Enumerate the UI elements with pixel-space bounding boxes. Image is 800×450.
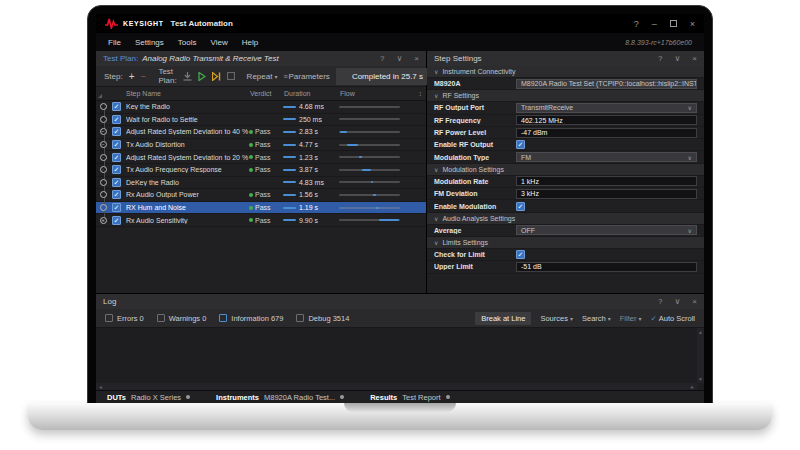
step-marker-icon[interactable] <box>100 191 107 198</box>
step-enabled-checkbox[interactable]: ✓ <box>112 178 121 187</box>
run-to-break-button[interactable] <box>212 72 221 81</box>
field-checkbox[interactable]: ✓ <box>516 140 525 149</box>
filter-checkbox[interactable] <box>157 314 165 322</box>
step-marker-icon[interactable]: − <box>100 128 107 135</box>
scroll-down-icon[interactable]: ▼ <box>698 376 703 382</box>
panel-close-button[interactable]: × <box>692 297 697 306</box>
step-marker-icon[interactable] <box>100 204 107 211</box>
test-plan-row[interactable]: ✓DeKey the Radio4.83 ms <box>96 177 426 190</box>
step-marker-icon[interactable]: − <box>100 141 107 148</box>
step-enabled-checkbox[interactable]: ✓ <box>112 127 121 136</box>
column-flow[interactable]: Flow <box>340 90 426 97</box>
step-marker-icon[interactable] <box>100 179 107 186</box>
panel-collapse-button[interactable]: ∨ <box>674 54 680 63</box>
test-plan-row[interactable]: ✓RX Hum and NoisePass1.19 s <box>96 202 426 215</box>
field-checkbox[interactable]: ✓ <box>516 202 525 211</box>
test-plan-row[interactable]: −✓Tx Audio DistortionPass4.77 s <box>96 139 426 152</box>
add-step-button[interactable]: + <box>129 71 135 82</box>
field-input[interactable]: -47 dBm <box>516 128 697 138</box>
step-enabled-checkbox[interactable]: ✓ <box>112 203 121 212</box>
step-marker-icon[interactable] <box>100 116 107 123</box>
window-help-button[interactable]: ? <box>634 19 639 29</box>
window-close-button[interactable]: × <box>690 19 695 29</box>
repeat-dropdown[interactable]: Repeat▾ <box>247 72 278 81</box>
sort-icon[interactable]: ↕ <box>419 90 423 97</box>
field-input[interactable]: 462.125 MHz <box>516 115 697 125</box>
menu-item-help[interactable]: Help <box>242 38 258 47</box>
field-select[interactable]: OFF∨ <box>516 225 697 235</box>
panel-close-button[interactable]: × <box>692 54 697 63</box>
window-maximize-button[interactable] <box>670 20 677 27</box>
sources-dropdown[interactable]: Sources▾ <box>540 314 573 323</box>
step-enabled-checkbox[interactable]: ✓ <box>112 165 121 174</box>
panel-help-button[interactable]: ? <box>380 54 384 63</box>
step-marker-icon[interactable] <box>100 103 107 110</box>
log-filter-warnings[interactable]: Warnings 0 <box>157 314 207 323</box>
log-filter-information[interactable]: Information 679 <box>219 314 283 323</box>
field-select[interactable]: M8920A Radio Test Set (TCPIP0::localhost… <box>516 79 697 89</box>
step-enabled-checkbox[interactable]: ✓ <box>112 153 121 162</box>
field-input[interactable]: 1 kHz <box>516 176 697 186</box>
step-marker-icon[interactable]: · <box>100 154 107 161</box>
menu-item-tools[interactable]: Tools <box>178 38 197 47</box>
settings-section-header[interactable]: ∨Limits Settings <box>427 237 704 249</box>
step-enabled-checkbox[interactable]: ✓ <box>112 115 121 124</box>
scroll-left-icon[interactable]: ◄ <box>98 384 103 390</box>
status-item-instruments[interactable]: InstrumentsM8920A Radio Test... <box>216 393 344 402</box>
remove-step-button[interactable]: − <box>141 71 147 82</box>
test-plan-row[interactable]: ✓Wait for Radio to Settle250 ms <box>96 114 426 127</box>
log-filter-debug[interactable]: Debug 3514 <box>296 314 349 323</box>
field-input[interactable]: 3 kHz <box>516 189 697 199</box>
panel-collapse-button[interactable]: ∨ <box>674 297 680 306</box>
field-select[interactable]: TransmitReceive∨ <box>516 103 697 113</box>
menu-item-view[interactable]: View <box>210 38 227 47</box>
test-plan-row[interactable]: −✓Adjust Rated System Deviation to 40 %P… <box>96 126 426 139</box>
column-duration[interactable]: Duration <box>284 90 340 97</box>
step-enabled-checkbox[interactable]: ✓ <box>112 102 121 111</box>
corner-select-icon[interactable] <box>98 94 102 98</box>
log-horizontal-scrollbar[interactable]: ◄ ► <box>96 383 697 390</box>
column-step-name[interactable]: Step Name <box>126 90 250 97</box>
filter-checkbox[interactable] <box>219 314 227 322</box>
auto-scroll-toggle[interactable]: ✓Auto Scroll <box>650 314 695 323</box>
run-test-plan-button[interactable] <box>198 72 206 81</box>
step-enabled-checkbox[interactable]: ✓ <box>112 190 121 199</box>
status-item-duts[interactable]: DUTsRadio X Series <box>107 393 190 402</box>
settings-section-header[interactable]: ∨Modulation Settings <box>427 164 704 176</box>
test-plan-row[interactable]: ·✓Adjust Rated System Deviation to 20 %P… <box>96 151 426 164</box>
log-output-area[interactable]: ▲ ▼ ◄ ► <box>96 328 704 390</box>
column-verdict[interactable]: Verdict <box>250 90 284 97</box>
test-plan-row[interactable]: ✓Key the Radio4.68 ms <box>96 101 426 114</box>
panel-collapse-button[interactable]: ∨ <box>396 54 402 63</box>
settings-section-header[interactable]: ∨Instrument Connectivity <box>427 66 704 78</box>
menu-item-file[interactable]: File <box>108 38 121 47</box>
filter-dropdown[interactable]: Filter▾ <box>620 314 642 323</box>
parameters-button[interactable]: ≡Parameters <box>283 72 329 81</box>
log-vertical-scrollbar[interactable]: ▲ ▼ <box>697 328 704 383</box>
panel-close-button[interactable]: × <box>414 54 419 63</box>
field-checkbox[interactable]: ✓ <box>516 250 525 259</box>
field-input[interactable]: -51 dB <box>516 262 697 272</box>
break-at-line-button[interactable]: Break at Line <box>475 312 531 325</box>
step-marker-icon[interactable]: · <box>100 166 107 173</box>
step-enabled-checkbox[interactable]: ✓ <box>112 216 121 225</box>
status-item-results[interactable]: ResultsTest Report <box>370 393 449 402</box>
menu-item-settings[interactable]: Settings <box>135 38 164 47</box>
settings-section-header[interactable]: ∨RF Settings <box>427 90 704 102</box>
filter-checkbox[interactable] <box>105 314 113 322</box>
filter-checkbox[interactable] <box>296 314 304 322</box>
search-dropdown[interactable]: Search▾ <box>582 314 611 323</box>
load-test-plan-icon[interactable] <box>183 72 192 81</box>
step-marker-icon[interactable]: + <box>100 217 107 224</box>
test-plan-row[interactable]: ·✓Tx Audio Frequency ResponsePass3.87 s <box>96 164 426 177</box>
test-plan-row[interactable]: ✓Rx Audio Output PowerPass1.56 s <box>96 189 426 202</box>
scroll-right-icon[interactable]: ► <box>690 384 695 390</box>
panel-help-button[interactable]: ? <box>658 297 662 306</box>
window-minimize-button[interactable]: – <box>652 19 657 29</box>
settings-section-header[interactable]: ∨Audio Analysis Settings <box>427 213 704 225</box>
log-filter-errors[interactable]: Errors 0 <box>105 314 144 323</box>
field-select[interactable]: FM∨ <box>516 152 697 162</box>
stop-button[interactable] <box>227 72 235 80</box>
panel-help-button[interactable]: ? <box>658 54 662 63</box>
scroll-up-icon[interactable]: ▲ <box>698 329 703 335</box>
